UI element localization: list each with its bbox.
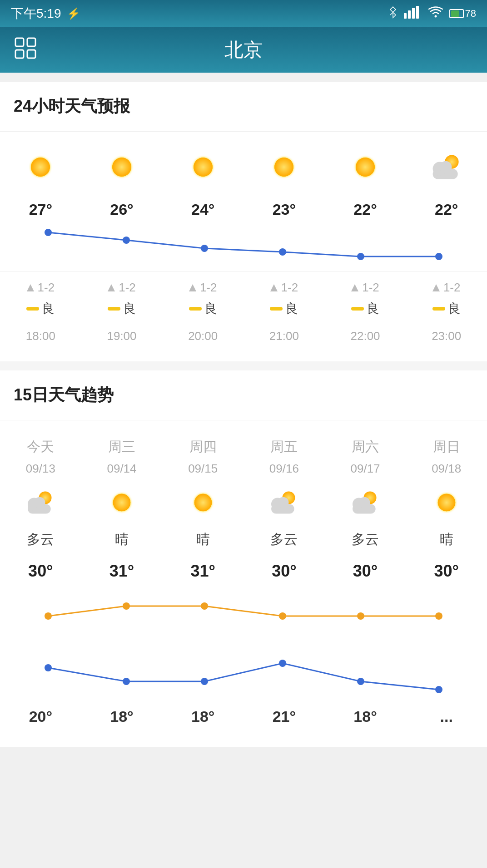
svg-point-54: [123, 678, 130, 685]
daily-descs-item: 晴: [406, 528, 487, 552]
svg-point-52: [435, 612, 442, 620]
svg-point-27: [357, 253, 364, 260]
hourly-icon-item: [406, 145, 487, 189]
daily-descs-item: 晴: [81, 528, 163, 552]
hourly-icon-item: [0, 145, 81, 189]
status-left: 下午5:19 ⚡: [11, 5, 80, 22]
hourly-temp-label: 27°: [0, 193, 81, 221]
daily-names-item: 周四: [162, 434, 244, 460]
svg-point-24: [123, 237, 130, 244]
svg-point-51: [357, 612, 364, 620]
svg-point-34: [113, 494, 131, 512]
svg-point-58: [435, 686, 442, 693]
daily-descs-item: 多云: [244, 528, 325, 552]
hourly-aqi-item: 良: [325, 297, 406, 320]
svg-point-56: [279, 660, 286, 667]
daily-highs-item: 30°: [0, 558, 81, 584]
daily-descs-item: 多云: [0, 528, 81, 552]
hourly-icons-row: [0, 131, 487, 193]
hourly-icon-item: [81, 145, 163, 189]
hourly-time-label: 19:00: [81, 325, 163, 348]
hourly-temp-label: 24°: [162, 193, 244, 221]
hourly-icon-item: [244, 145, 325, 189]
svg-rect-8: [27, 50, 35, 58]
hourly-temp-label: 23°: [244, 193, 325, 221]
daily-icons-row: [0, 487, 487, 518]
daily-highs-item: 30°: [406, 558, 487, 584]
time-display: 下午5:19: [11, 5, 61, 22]
svg-point-57: [357, 678, 364, 685]
daily-highs-item: 31°: [162, 558, 244, 584]
page-title: 北京: [224, 37, 263, 63]
hourly-temp-chart: 27°26°24°23°22°22°: [0, 193, 487, 271]
daily-highs-row: 30°31°31°30°30°30°: [0, 558, 487, 584]
svg-point-18: [356, 158, 375, 177]
hourly-time-label: 20:00: [162, 325, 244, 348]
daily-icon-item: [162, 487, 244, 518]
svg-point-22: [439, 161, 452, 173]
hourly-aqi-item: 良: [0, 297, 81, 320]
daily-lows-item: 18°: [325, 704, 406, 729]
main-content: 24小时天气预报: [0, 82, 487, 747]
daily-names-item: 周三: [81, 434, 163, 460]
svg-point-10: [31, 158, 50, 177]
daily-descs-item: 晴: [162, 528, 244, 552]
hourly-wind-item: 1-2: [406, 271, 487, 297]
daily-high-chart: [0, 591, 487, 631]
hourly-wind-item: 1-2: [162, 271, 244, 297]
daily-highs-item: 30°: [244, 558, 325, 584]
svg-point-55: [201, 678, 208, 685]
grid-menu-button[interactable]: [14, 36, 37, 64]
daily-highs-item: 30°: [325, 558, 406, 584]
svg-point-50: [279, 612, 286, 620]
daily-lows-row: 20°18°18°21°18°...: [0, 704, 487, 729]
hourly-temp-label: 22°: [406, 193, 487, 221]
svg-rect-2: [412, 8, 415, 19]
svg-point-16: [274, 158, 293, 177]
svg-point-4: [434, 15, 437, 17]
daily-names-item: 周日: [406, 434, 487, 460]
status-bar: 下午5:19 ⚡: [0, 0, 487, 27]
daily-lows-item: 18°: [81, 704, 163, 729]
top-navigation: 北京: [0, 27, 487, 73]
flash-icon: ⚡: [67, 7, 80, 20]
daily-low-chart: [0, 631, 487, 700]
hourly-wind-item: 1-2: [325, 271, 406, 297]
wifi-icon: [428, 6, 443, 22]
hourly-section-title: 24小时天气预报: [0, 95, 487, 131]
daily-lows-item: 21°: [244, 704, 325, 729]
svg-point-28: [435, 253, 442, 260]
daily-dates-item: 09/18: [406, 460, 487, 478]
bluetooth-icon: [388, 6, 398, 22]
signal-icon: [404, 6, 422, 22]
hourly-wind-row: 1-21-21-21-21-21-2: [0, 271, 487, 297]
daily-lows-item: ...: [406, 704, 487, 729]
hourly-wind-item: 1-2: [81, 271, 163, 297]
daily-dates-item: 09/13: [0, 460, 81, 478]
hourly-times-row: 18:0019:0020:0021:0022:0023:00: [0, 320, 487, 361]
hourly-time-label: 22:00: [325, 325, 406, 348]
hourly-aqi-item: 良: [162, 297, 244, 320]
svg-point-23: [45, 229, 52, 236]
svg-rect-6: [27, 38, 35, 46]
daily-dates-item: 09/15: [162, 460, 244, 478]
hourly-icon-item: [325, 145, 406, 189]
hourly-time-label: 23:00: [406, 325, 487, 348]
daily-icon-item: [81, 487, 163, 518]
svg-point-26: [279, 248, 286, 256]
daily-section-title: 15日天气趋势: [0, 384, 487, 420]
svg-point-49: [201, 602, 208, 610]
svg-point-12: [112, 158, 131, 177]
svg-rect-3: [416, 6, 419, 19]
svg-point-14: [194, 158, 213, 177]
daily-dates-item: 09/17: [325, 460, 406, 478]
status-right: 78: [388, 6, 476, 22]
daily-names-item: 周五: [244, 434, 325, 460]
svg-rect-5: [15, 38, 24, 46]
daily-forecast-section: 15日天气趋势 今天周三周四周五周六周日 09/1309/1409/1509/1…: [0, 370, 487, 747]
svg-point-53: [45, 664, 52, 671]
daily-dates-item: 09/14: [81, 460, 163, 478]
hourly-temp-label: 22°: [325, 193, 406, 221]
battery-display: 78: [449, 8, 476, 20]
svg-point-46: [437, 494, 455, 512]
